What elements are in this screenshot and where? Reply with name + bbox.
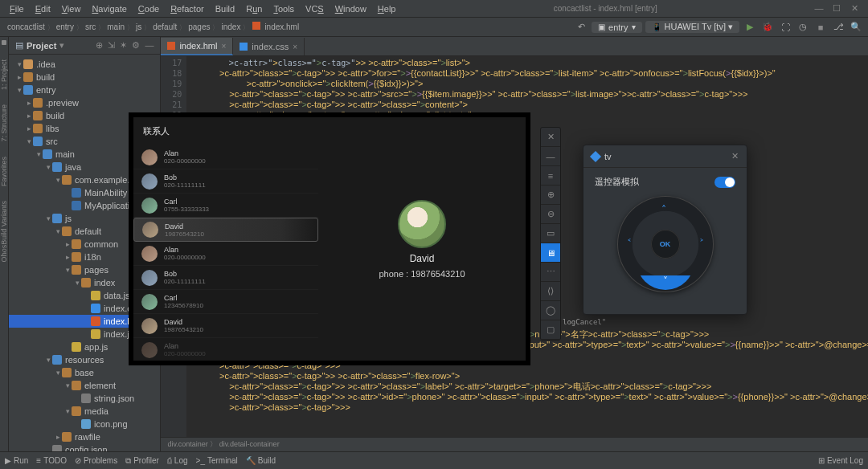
contact-item[interactable]: Bob020-11111111 [133,266,318,290]
tree-entry[interactable]: ▾entry [9,84,160,96]
btool-build[interactable]: 🔨 Build [246,456,276,465]
contact-item[interactable]: David19876543210 [133,314,318,338]
gear-icon[interactable]: ⚙ [132,40,140,51]
contact-item[interactable]: Bob020-11111111 [133,169,318,194]
menu-refactor[interactable]: Refactor [166,2,209,15]
project-label[interactable]: Project [27,41,56,51]
rail-ohos-variants[interactable]: OhosBuild Variants [0,201,8,262]
dpad-left[interactable]: ˂ [627,238,632,249]
tree-.idea[interactable]: ▾.idea [9,58,160,71]
event-log-button[interactable]: ⊞ Event Log [818,456,863,465]
menu-file[interactable]: FFileile [5,2,29,15]
run-config-module[interactable]: ▣ entry ▾ [592,22,641,33]
dpad-up[interactable]: ˄ [661,204,666,215]
breadcrumb-entry[interactable]: entry [54,22,76,31]
contact-item[interactable]: Alan020-00000000 [133,242,318,266]
run-config-device[interactable]: 📱 HUAWEI Tv [tv] ▾ [645,21,739,33]
contact-item[interactable]: David19876543210 [133,218,318,242]
tree-.preview[interactable]: ▸.preview [9,96,160,109]
dpad-right[interactable]: ˃ [699,238,704,249]
emu-burger-icon[interactable]: ≡ [541,166,560,186]
menu-tools[interactable]: Tools [268,2,299,15]
breadcrumb-pages[interactable]: pages [186,22,212,31]
breadcrumb-index[interactable]: index [219,22,243,31]
contacts-list[interactable]: Alan020-00000000Bob020-11111111Carl0755-… [133,145,318,361]
tree-rawfile[interactable]: ▸rawfile [9,430,160,443]
locate-icon[interactable]: ⊕ [96,40,103,51]
contacts-title: 联系人 [133,117,318,145]
btool-log[interactable]: ⎙ Log [167,456,188,465]
emu-back-icon[interactable]: ⟨⟩ [541,282,560,301]
tab-close-icon[interactable]: × [221,42,226,51]
breadcrumb-concactlist[interactable]: concactlist [5,22,47,31]
breadcrumb-default[interactable]: default [150,22,179,31]
menu-vcs[interactable]: VCS [301,2,329,15]
dpad-ok[interactable]: OK [651,230,680,259]
btool-problems[interactable]: ⊘ Problems [75,456,117,465]
remote-toggle[interactable] [714,177,735,188]
remote-close-icon[interactable]: ✕ [731,151,739,161]
run-icon: ▶ [5,456,11,465]
rail-menu-icon[interactable] [2,40,6,45]
close-button[interactable]: ✕ [849,3,860,14]
emu-more-icon[interactable]: ⋯ [541,263,560,282]
emu-zoomout-icon[interactable]: ⊖ [541,205,560,224]
tab-index.hml[interactable]: index.hml× [161,38,233,55]
git-icon[interactable]: ⎇ [831,20,845,35]
nav-back-icon[interactable]: ↶ [574,20,588,35]
tree-media[interactable]: ▾media [9,405,160,418]
rail-structure[interactable]: 7: Structure [0,104,8,142]
btool-terminal[interactable]: >_ Terminal [196,456,238,465]
tree-icon.png[interactable]: icon.png [9,418,160,430]
contact-item[interactable]: Alan020-00000000 [133,145,318,169]
emu-circle-icon[interactable]: ◯ [541,301,560,320]
collapse-icon[interactable]: ✶ [120,40,127,51]
rail-favorites[interactable]: Favorites [0,157,8,186]
emu-remote-icon[interactable]: 🖥 [541,243,560,263]
tab-index.css[interactable]: index.css× [233,38,305,55]
stop-icon[interactable]: ■ [813,20,828,35]
menu-help[interactable]: Help [373,2,401,15]
detail-phone: phone : 19876543210 [379,269,465,279]
maximize-button[interactable]: ☐ [831,3,842,14]
breadcrumb-index.hml[interactable]: index.hml [262,22,301,31]
menu-run[interactable]: Run [241,2,267,15]
expand-icon[interactable]: ⇲ [108,40,115,51]
btool-run[interactable]: ▶ Run [5,456,28,465]
breadcrumb-main[interactable]: main [104,22,127,31]
tree-string.json[interactable]: string.json [9,392,160,405]
tree-build[interactable]: ▸build [9,71,160,84]
breadcrumb-src[interactable]: src [83,22,98,31]
hide-icon[interactable]: — [145,40,154,51]
menu-code[interactable]: Code [133,2,164,15]
emu-minimize-icon[interactable]: — [541,147,560,166]
minimize-button[interactable]: — [813,3,825,14]
breadcrumb-js[interactable]: js [133,22,144,31]
emu-square-icon[interactable]: ▢ [541,320,560,340]
menu-view[interactable]: View [57,2,86,15]
menu-navigate[interactable]: Navigate [87,2,131,15]
debug-icon[interactable]: 🐞 [760,20,775,35]
run-icon[interactable]: ▶ [743,20,757,35]
menu-window[interactable]: Window [330,2,371,15]
contact-item[interactable]: Carl0755-33333333 [133,194,318,218]
tree-config.json[interactable]: config.json [9,443,160,451]
menu-build[interactable]: Build [211,2,240,15]
editor-breadcrumb[interactable]: div.container 〉 div.detail-container [161,437,868,451]
tree-base[interactable]: ▾base [9,366,160,379]
emu-zoomin-icon[interactable]: ⊕ [541,186,560,205]
tree-element[interactable]: ▾element [9,379,160,392]
contact-item[interactable]: Carl12345678910 [133,290,318,314]
rail-project[interactable]: 1: Project [0,59,8,90]
contact-item[interactable]: Alan020-00000000 [133,338,318,361]
profile-icon[interactable]: ◷ [796,20,810,35]
project-pane-header: ▤ Project ▾ ⊕ ⇲ ✶ ⚙ — [9,37,160,55]
btool-profiler[interactable]: ⧉ Profiler [125,456,159,466]
search-icon[interactable]: 🔍 [849,20,863,35]
btool-todo[interactable]: ≡ TODO [36,456,67,465]
emu-screenshot-icon[interactable]: ▭ [541,224,560,243]
coverage-icon[interactable]: ⛶ [778,20,792,35]
emu-close-icon[interactable]: ✕ [541,128,560,147]
tab-close-icon[interactable]: × [293,43,297,51]
menu-edit[interactable]: Edit [31,2,55,15]
